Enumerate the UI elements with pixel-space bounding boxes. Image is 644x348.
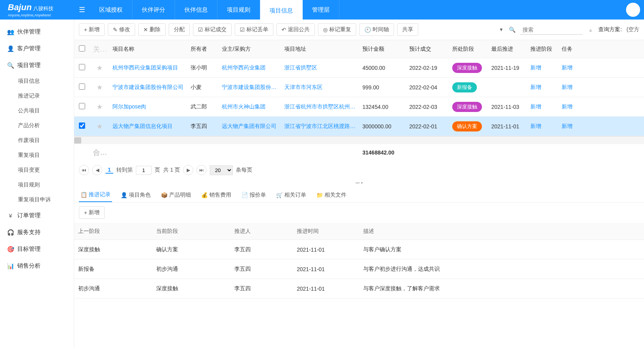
mark-deal-button[interactable]: ☑标记成交 — [193, 23, 232, 36]
panel-resizer[interactable]: ▪▪▪ ▾ — [74, 179, 644, 186]
share-button[interactable]: 共享 — [397, 23, 418, 36]
col-last[interactable]: 最后推进 — [488, 46, 527, 53]
pushstage-link[interactable]: 新增 — [527, 103, 558, 110]
sidebar-subitem[interactable]: 项目规则 — [0, 178, 74, 192]
sidebar-item[interactable]: ¥订单管理 — [0, 207, 74, 224]
topnav-item[interactable]: 伙伴信息 — [175, 0, 218, 20]
favorite-star-icon[interactable]: ★ — [90, 64, 109, 72]
col-addr[interactable]: 项目地址 — [281, 46, 359, 53]
detail-row[interactable]: 新报备初步沟通李五四2021-11-01与客户初步进行沟通，达成共识 — [74, 259, 644, 279]
table-row[interactable]: ★远大物产集团信息化项目李五四远大物产集团有限公司浙江省宁波市江北区桃渡路122… — [74, 117, 644, 136]
sidebar-item[interactable]: 👥伙伴管理 — [0, 23, 74, 40]
pushstage-link[interactable]: 新增 — [527, 123, 558, 130]
view-dropdown-icon[interactable]: ▼ — [497, 27, 506, 32]
pushstage-link[interactable]: 新增 — [527, 64, 558, 71]
col-task[interactable]: 任务 — [558, 46, 582, 53]
user-avatar[interactable] — [626, 3, 640, 17]
scrollbar-thumb[interactable] — [74, 137, 81, 144]
addr-link[interactable]: 浙江省宁波市江北区桃渡路122 — [281, 123, 359, 130]
detail-tab[interactable]: 📄报价单 — [240, 188, 268, 202]
sidebar-subitem[interactable]: 公共项目 — [0, 103, 74, 118]
col-stage[interactable]: 所处阶段 — [449, 46, 488, 53]
row-checkbox[interactable] — [79, 123, 85, 129]
sidebar-item[interactable]: 🎧服务支持 — [0, 224, 74, 241]
sidebar-subitem[interactable]: 重复项目申诉 — [0, 192, 74, 207]
dcol-cur[interactable]: 当前阶段 — [152, 228, 230, 235]
return-public-button[interactable]: ↶退回公共 — [277, 23, 315, 36]
mark-dup-button[interactable]: ◎标记重复 — [318, 23, 356, 36]
page-input[interactable] — [136, 166, 152, 175]
client-link[interactable]: 宁波市建设集团股份… — [219, 84, 281, 91]
search-input[interactable] — [520, 25, 583, 35]
row-checkbox[interactable] — [79, 103, 85, 109]
table-row[interactable]: ★宁波市建设集团股份有限公司小麦宁波市建设集团股份…天津市市河东区999.002… — [74, 78, 644, 97]
task-link[interactable]: 新增 — [558, 123, 582, 130]
dcol-push[interactable]: 推进人 — [230, 228, 293, 235]
project-name-link[interactable]: 阿尔加pose肉 — [109, 103, 187, 110]
project-name-link[interactable]: 杭州华西药业集团采购项目 — [109, 64, 187, 71]
timeline-button[interactable]: 🕘时间轴 — [359, 23, 394, 36]
dcol-prev[interactable]: 上一阶段 — [74, 228, 152, 235]
pushstage-link[interactable]: 新增 — [527, 84, 558, 91]
last-page-button[interactable]: ⏭ — [196, 165, 207, 175]
project-name-link[interactable]: 宁波市建设集团股份有限公司 — [109, 84, 187, 91]
filter-icon[interactable]: ⟁ — [589, 27, 592, 33]
topnav-item[interactable]: 项目规则 — [218, 0, 260, 20]
project-name-link[interactable]: 远大物产集团信息化项目 — [109, 123, 187, 130]
sidebar-subitem[interactable]: 推进记录 — [0, 89, 74, 103]
sidebar-subitem[interactable]: 项目信息 — [0, 74, 74, 89]
favorite-star-icon[interactable]: ★ — [90, 122, 109, 131]
edit-button[interactable]: ✎修改 — [108, 23, 135, 36]
delete-button[interactable]: ✕删除 — [138, 23, 166, 36]
sidebar-subitem[interactable]: 作废项目 — [0, 133, 74, 148]
detail-tab[interactable]: 📋推进记录 — [79, 188, 112, 202]
detail-row[interactable]: 初步沟通深度接触李五四2021-11-01与客户深度接触，了解客户需求 — [74, 279, 644, 298]
topnav-item[interactable]: 项目信息 — [260, 0, 303, 20]
topnav-item[interactable]: 区域授权 — [90, 0, 132, 20]
menu-toggle-icon[interactable]: ☰ — [74, 5, 90, 14]
sidebar-item[interactable]: 👤客户管理 — [0, 40, 74, 57]
client-link[interactable]: 远大物产集团有限公司 — [219, 123, 281, 130]
sidebar-subitem[interactable]: 产品分析 — [0, 118, 74, 133]
detail-new-button[interactable]: +新增 — [79, 206, 105, 219]
task-link[interactable]: 新增 — [558, 64, 582, 71]
topnav-item[interactable]: 管理层 — [303, 0, 339, 20]
prev-page-button[interactable]: ◀ — [92, 165, 102, 175]
assign-button[interactable]: 分配 — [169, 23, 190, 36]
col-owner[interactable]: 所有者 — [187, 46, 219, 53]
col-amount[interactable]: 预计金额 — [359, 46, 406, 53]
table-row[interactable]: ★杭州华西药业集团采购项目张小明杭州华西药业集团浙江省拱墅区45000.0020… — [74, 58, 644, 78]
favorite-star-icon[interactable]: ★ — [90, 103, 109, 111]
mark-lost-button[interactable]: ☑标记丢单 — [235, 23, 273, 36]
client-link[interactable]: 杭州华西药业集团 — [219, 64, 281, 71]
sidebar-item[interactable]: 📊销售分析 — [0, 257, 74, 274]
row-checkbox[interactable] — [79, 83, 85, 90]
col-client[interactable]: 业主/采购方 — [219, 46, 281, 53]
col-deal[interactable]: 预计成交 — [406, 46, 449, 53]
sidebar-subitem[interactable]: 重复项目 — [0, 148, 74, 163]
topnav-item[interactable]: 伙伴评分 — [132, 0, 175, 20]
dcol-desc[interactable]: 描述 — [359, 228, 516, 235]
sidebar-item[interactable]: 🔍项目管理 — [0, 57, 74, 74]
favorite-star-icon[interactable]: ★ — [90, 83, 109, 92]
next-page-button[interactable]: ▶ — [183, 165, 193, 175]
addr-link[interactable]: 天津市市河东区 — [281, 84, 359, 91]
detail-tab[interactable]: 📦产品明细 — [159, 188, 193, 202]
detail-tab[interactable]: 💰销售费用 — [200, 188, 233, 202]
table-row[interactable]: ★阿尔加pose肉武二郎杭州市火神山集团浙江省杭州市市拱墅区杭州…132454.… — [74, 97, 644, 117]
addr-link[interactable]: 浙江省杭州市市拱墅区杭州… — [281, 103, 359, 110]
page-size-select[interactable]: 20 — [210, 165, 233, 175]
first-page-button[interactable]: ⏮ — [79, 165, 89, 175]
task-link[interactable]: 新增 — [558, 103, 582, 110]
dcol-time[interactable]: 推进时间 — [293, 228, 359, 235]
detail-row[interactable]: 深度接触确认方案李五四2021-11-01与客户确认方案 — [74, 240, 644, 259]
col-favorite[interactable]: 关注 — [90, 44, 109, 54]
row-checkbox[interactable] — [79, 64, 85, 70]
detail-tab[interactable]: 👤项目角色 — [119, 188, 152, 202]
client-link[interactable]: 杭州市火神山集团 — [219, 103, 281, 110]
horizontal-scrollbar[interactable] — [74, 136, 644, 144]
sidebar-subitem[interactable]: 项目变更 — [0, 163, 74, 178]
task-link[interactable]: 新增 — [558, 84, 582, 91]
col-pushstage[interactable]: 推进阶段 — [527, 46, 558, 53]
query-plan-value[interactable]: (空方 — [626, 26, 639, 33]
